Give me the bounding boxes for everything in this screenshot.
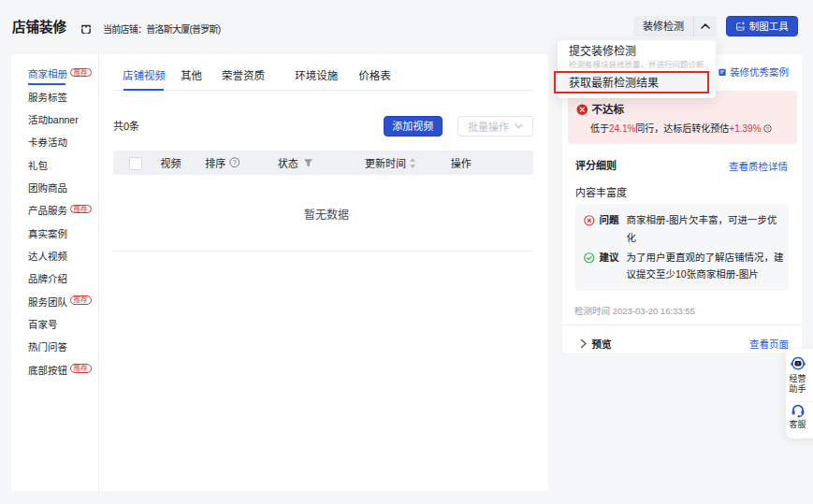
svg-text:?: ? [233, 159, 237, 166]
svg-text:?: ? [766, 125, 770, 131]
